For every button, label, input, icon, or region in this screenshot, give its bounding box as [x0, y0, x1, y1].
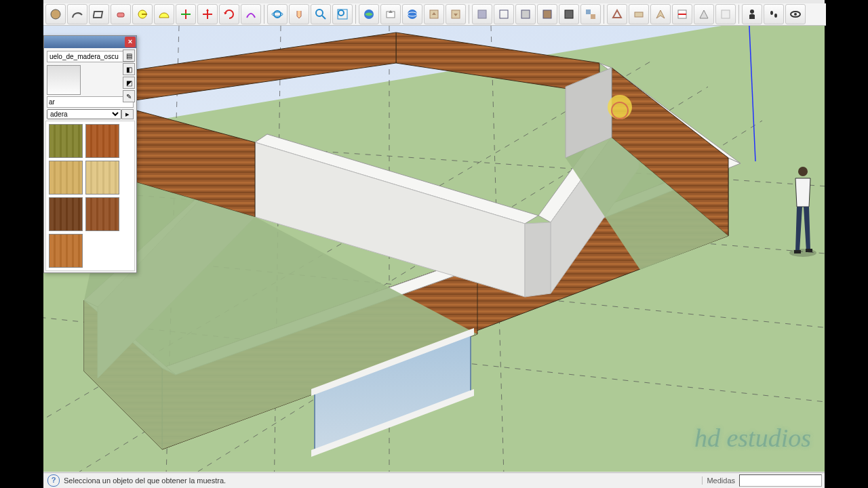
create-material-button[interactable]: ▤ [123, 49, 135, 62]
panel-titlebar[interactable]: × [44, 36, 136, 48]
pan-icon [293, 8, 305, 20]
pan-button[interactable] [289, 4, 309, 24]
swatch-wood-oak[interactable] [49, 234, 83, 268]
default-material-button[interactable]: ◩ [123, 77, 135, 89]
circle-button[interactable] [45, 4, 66, 24]
status-bar: ? Selecciona un objeto del que obtener l… [43, 472, 825, 488]
arc-button[interactable] [67, 4, 87, 24]
position-camera-button[interactable] [607, 4, 627, 24]
swatch-wood-olive[interactable] [49, 124, 83, 158]
xray-icon [476, 8, 488, 20]
svg-marker-36 [700, 10, 708, 18]
fog-icon [719, 8, 732, 20]
move-button[interactable] [197, 4, 218, 24]
export-icon [450, 8, 462, 20]
svg-rect-27 [543, 10, 551, 18]
zoom-extents-button[interactable] [332, 4, 353, 24]
svg-line-12 [322, 16, 326, 19]
get-models-button[interactable] [359, 4, 379, 24]
svg-rect-32 [635, 12, 643, 17]
eraser-button[interactable] [111, 4, 131, 24]
materials-panel[interactable]: × uelo_de_madera_oscu ▤ ◧ ◩ ✎ ar adera ▸ [43, 35, 137, 273]
svg-rect-37 [722, 10, 730, 18]
svg-rect-28 [565, 10, 573, 18]
svg-rect-29 [586, 9, 591, 14]
material-category-select[interactable]: adera [47, 109, 121, 119]
protractor-button[interactable] [154, 4, 174, 24]
rectangle-button[interactable] [89, 4, 109, 24]
swatch-wood-walnut[interactable] [49, 197, 83, 231]
svg-rect-2 [117, 13, 124, 17]
follow-me-icon [245, 8, 257, 20]
walk-button[interactable] [650, 4, 671, 24]
measurements-label: Medidas [702, 476, 739, 485]
rotate-button[interactable] [219, 4, 239, 24]
zoom-button[interactable] [311, 4, 331, 24]
svg-rect-30 [591, 14, 595, 19]
status-hint: Selecciona un objeto del que obtener la … [64, 476, 702, 485]
axes-button[interactable] [176, 4, 196, 24]
shaded-textures-icon [541, 8, 553, 20]
fog-button[interactable] [715, 4, 736, 24]
svg-point-13 [338, 10, 344, 16]
svg-point-39 [770, 11, 773, 15]
measurements-input[interactable] [739, 474, 822, 487]
share-button[interactable] [380, 4, 401, 24]
import-button[interactable] [424, 4, 444, 24]
monochrome-button[interactable] [559, 4, 579, 24]
svg-point-83 [608, 95, 632, 119]
shadows-button[interactable] [694, 4, 714, 24]
swatch-wood-cherry[interactable] [85, 124, 119, 158]
svg-marker-31 [613, 10, 621, 18]
protractor-icon [158, 8, 170, 20]
svg-rect-87 [806, 249, 812, 252]
shaded-textures-button[interactable] [537, 4, 557, 24]
google-earth-button[interactable] [402, 4, 422, 24]
orbit-button[interactable] [267, 4, 288, 24]
hidden-line-icon [498, 8, 510, 20]
move-icon [201, 8, 214, 20]
rotate-icon [223, 8, 235, 20]
zoom-extents-icon [336, 8, 349, 20]
styles-button[interactable] [580, 4, 601, 24]
axes-icon [180, 8, 192, 20]
hidden-line-button[interactable] [494, 4, 514, 24]
viewport-3d[interactable]: hd estudios [43, 26, 825, 472]
swatch-wood-teak[interactable] [85, 197, 119, 231]
look-around-button[interactable] [629, 4, 649, 24]
footprints-button[interactable] [764, 4, 784, 24]
section-button[interactable] [672, 4, 692, 24]
help-icon[interactable]: ? [47, 474, 60, 487]
xray-button[interactable] [472, 4, 492, 24]
svg-rect-86 [794, 250, 801, 253]
tape-button[interactable] [132, 4, 153, 24]
tape-icon [136, 8, 149, 20]
svg-point-42 [794, 13, 797, 16]
close-icon[interactable]: × [125, 37, 136, 47]
swatch-wood-light[interactable] [85, 161, 119, 195]
svg-point-40 [774, 14, 777, 18]
arc-icon [71, 8, 83, 20]
svg-point-38 [750, 9, 754, 14]
follow-me-button[interactable] [241, 4, 261, 24]
svg-rect-26 [521, 10, 530, 18]
export-button[interactable] [446, 4, 466, 24]
swatch-wood-pine[interactable] [49, 161, 83, 195]
person-button[interactable] [742, 4, 762, 24]
panel-title-text [47, 38, 49, 45]
paint-bucket-icon[interactable]: ◧ [123, 63, 135, 75]
eyedropper-icon[interactable]: ✎ [123, 90, 135, 102]
svg-marker-74 [525, 222, 551, 297]
position-camera-icon [611, 8, 623, 20]
svg-point-11 [316, 9, 323, 16]
eye-button[interactable] [785, 4, 806, 24]
current-material-name: uelo_de_madera_oscu [47, 51, 134, 62]
orbit-icon [271, 8, 283, 20]
shaded-button[interactable] [515, 4, 536, 24]
svg-point-18 [408, 9, 417, 19]
shadows-icon [698, 8, 710, 20]
library-nav-button[interactable]: ▸ [121, 109, 134, 119]
app-window: hd estudios × uelo_de_madera_oscu ▤ ◧ ◩ … [43, 0, 825, 488]
tab-select[interactable]: ar [47, 96, 134, 108]
share-icon [384, 8, 397, 20]
